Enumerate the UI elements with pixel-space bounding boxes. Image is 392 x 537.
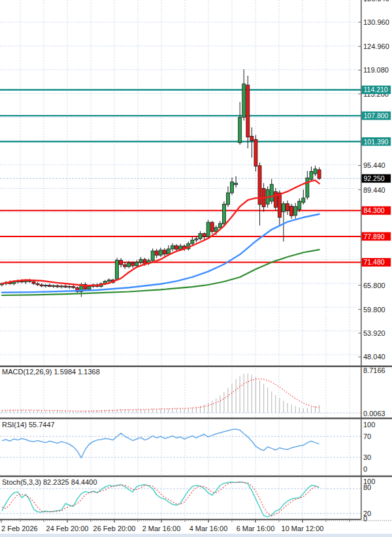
svg-text:119.080: 119.080	[363, 66, 389, 74]
stoch-d-line	[2, 482, 319, 516]
svg-text:8.7166: 8.7166	[363, 366, 385, 374]
trading-chart-window: 136.840130.960124.960119.080113.20095.44…	[0, 0, 392, 537]
svg-text:71.480: 71.480	[364, 258, 385, 266]
svg-text:0.0063: 0.0063	[363, 410, 385, 417]
svg-text:124.960: 124.960	[363, 42, 389, 50]
macd-indicator-label: MACD(12,26,9) 1.5984 1.1368	[2, 368, 100, 376]
stoch-k-line	[2, 482, 319, 517]
macd-histogram	[2, 374, 319, 413]
svg-text:89.440: 89.440	[363, 186, 385, 194]
svg-text:101.390: 101.390	[364, 138, 389, 146]
svg-text:2 Feb 2026: 2 Feb 2026	[1, 525, 38, 532]
svg-text:0: 0	[363, 515, 367, 523]
svg-text:136.840: 136.840	[363, 0, 389, 3]
svg-text:26 Feb 20:00: 26 Feb 20:00	[93, 525, 136, 532]
grid-layer	[0, 0, 361, 519]
ma-fast-red-line	[2, 180, 319, 285]
svg-text:30: 30	[363, 453, 371, 461]
svg-text:92.250: 92.250	[364, 174, 385, 182]
price-badges: 114.210107.800101.39084.30077.89071.4809…	[362, 86, 391, 267]
rsi-indicator-label: RSI(14) 55.7447	[2, 421, 55, 429]
svg-text:53.920: 53.920	[363, 329, 385, 337]
svg-text:130.960: 130.960	[363, 18, 389, 26]
svg-text:24 Feb 20:00: 24 Feb 20:00	[46, 525, 89, 532]
stoch-indicator-label: Stoch(5,3,3) 82.2325 84.4400	[2, 478, 97, 486]
chart-canvas: 136.840130.960124.960119.080113.20095.44…	[0, 0, 392, 537]
subpanel-scale-labels: 8.71660.00631007030010080200	[363, 366, 385, 523]
svg-text:48.040: 48.040	[363, 353, 385, 361]
svg-text:10 Mar 12:00: 10 Mar 12:00	[282, 525, 324, 532]
svg-text:114.210: 114.210	[364, 86, 388, 93]
svg-text:0: 0	[363, 465, 367, 473]
level-lines	[0, 90, 361, 262]
svg-text:107.800: 107.800	[364, 112, 389, 120]
svg-text:6 Mar 16:00: 6 Mar 16:00	[237, 525, 275, 532]
svg-text:84.300: 84.300	[364, 206, 385, 214]
svg-text:80: 80	[363, 483, 371, 491]
svg-text:65.800: 65.800	[363, 282, 385, 289]
rsi-line	[2, 429, 319, 458]
panel-separators	[0, 0, 392, 537]
svg-text:4 Mar 16:00: 4 Mar 16:00	[189, 525, 228, 532]
svg-text:59.800: 59.800	[363, 306, 385, 314]
svg-text:2 Mar 16:00: 2 Mar 16:00	[142, 525, 181, 532]
svg-text:77.890: 77.890	[364, 233, 385, 240]
svg-text:100: 100	[363, 421, 375, 429]
svg-text:95.440: 95.440	[363, 161, 385, 169]
time-axis-labels: 2 Feb 202624 Feb 20:0026 Feb 20:002 Mar …	[1, 519, 350, 532]
svg-text:70: 70	[363, 432, 371, 440]
